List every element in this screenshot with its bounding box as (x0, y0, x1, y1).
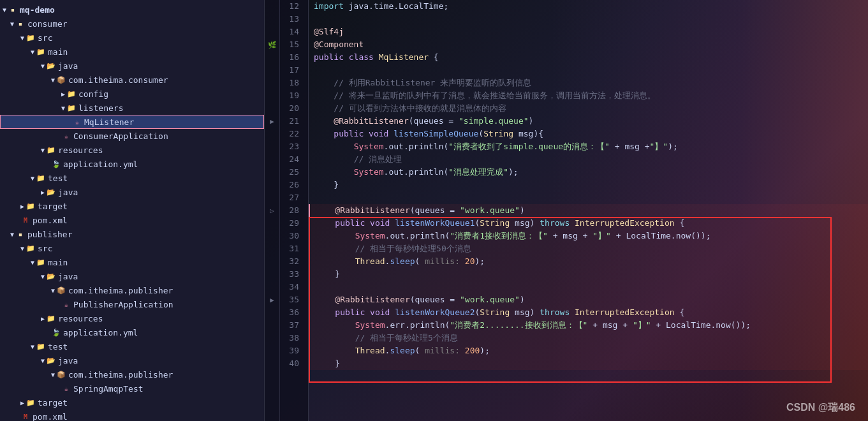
tree-item-publisher[interactable]: ▼ ▪ publisher (0, 227, 264, 241)
gutter-line (265, 357, 279, 370)
tree-label: pom.xml (33, 216, 68, 225)
code-line-14: @Slf4j (309, 26, 868, 38)
csdn-watermark: CSDN @瑞486 (786, 401, 855, 415)
folder-icon: 📁 (26, 33, 36, 43)
code-line-13 (309, 13, 868, 26)
code-line-38: // 相当于每秒处理5个消息 (309, 332, 868, 344)
gutter-line (265, 102, 279, 115)
tree-item-mqlistener[interactable]: ☕ MqListener (0, 115, 264, 129)
tree-item-java-consumer[interactable]: ▼ 📂 java (0, 59, 264, 73)
code-line-40: } (309, 357, 868, 370)
tree-item-resources-consumer[interactable]: ▼ 📁 resources (0, 143, 264, 157)
tree-label: com.itheima.consumer (68, 75, 168, 85)
module-icon: ▪ (8, 4, 18, 15)
folder-icon: 📁 (26, 397, 36, 408)
folder-blue-icon: 📂 (46, 61, 56, 71)
tree-item-spring-amqp-test[interactable]: ☕ SpringAmqpTest (0, 381, 264, 395)
tree-label: main (48, 47, 68, 57)
arrow-icon: ▼ (3, 6, 6, 13)
tree-item-com-test-publisher[interactable]: ▼ 📦 com.itheima.publisher (0, 367, 264, 381)
folder-icon: 📁 (66, 103, 77, 113)
line-numbers: 12 13 14 15 16 17 18 19 20 21 22 23 24 2… (280, 0, 309, 421)
tree-label: src (38, 244, 52, 253)
code-line-24: // 消息处理 (309, 153, 868, 166)
tree-item-main-publisher[interactable]: ▼ 📁 main (0, 255, 264, 269)
file-tree[interactable]: ▼ ▪ mq-demo ▼ ▪ consumer ▼ 📁 src ▼ 📁 mai… (0, 0, 265, 421)
java-file-icon: ☕ (61, 131, 71, 141)
tree-item-target-publisher[interactable]: ▶ 📁 target (0, 395, 264, 410)
arrow-icon: ▼ (61, 105, 65, 112)
gutter-line (265, 166, 279, 179)
gutter-line (265, 89, 279, 102)
gutter-line (265, 217, 279, 230)
tree-label: main (48, 258, 68, 267)
tree-item-java-publisher[interactable]: ▼ 📂 java (0, 269, 264, 283)
code-line-18: // 利用RabbitListener 来声明要监听的队列信息 (309, 77, 868, 89)
package-icon: 📦 (56, 369, 66, 380)
arrow-icon: ▼ (31, 48, 34, 55)
folder-blue-icon: 📂 (46, 187, 56, 197)
tree-item-java-test-publisher[interactable]: ▼ 📂 java (0, 353, 264, 367)
gutter-line (265, 230, 279, 242)
gutter-line (265, 344, 279, 357)
tree-label: com.itheima.publisher (68, 370, 173, 380)
folder-icon: 📁 (26, 243, 36, 253)
tree-item-test-consumer[interactable]: ▼ 📁 test (0, 171, 264, 185)
code-line-19: // 将来一旦监听的队列中有了消息，就会推送给当前服务，调用当前方法，处理消息。 (309, 89, 868, 102)
code-line-33: } (309, 268, 868, 281)
gutter-line (265, 0, 279, 13)
gutter-line (265, 51, 279, 64)
arrow-icon: ▼ (41, 63, 45, 70)
tree-label: consumer (27, 19, 68, 29)
code-line-31: // 相当于每秒钟处理50个消息 (309, 242, 868, 255)
arrow-icon: ▼ (31, 259, 34, 266)
tree-item-pom-publisher[interactable]: M pom.xml (0, 410, 264, 421)
tree-item-main-consumer[interactable]: ▼ 📁 main (0, 45, 264, 59)
gutter-line: ▶ (265, 293, 279, 306)
tree-item-publisher-app[interactable]: ☕ PublisherApplication (0, 297, 264, 311)
tree-item-src-publisher[interactable]: ▼ 📁 src (0, 241, 264, 255)
tree-label: SpringAmqpTest (73, 384, 143, 394)
java-file-icon: ☕ (61, 299, 71, 309)
code-line-17 (309, 64, 868, 77)
folder-icon: 📁 (46, 313, 56, 323)
arrow-icon: ▶ (41, 189, 45, 196)
tree-item-consumer-app[interactable]: ☕ ConsumerApplication (0, 129, 264, 143)
tree-item-consumer[interactable]: ▼ ▪ consumer (0, 17, 264, 31)
tree-item-com-consumer[interactable]: ▼ 📦 com.itheima.consumer (0, 73, 264, 87)
code-line-27 (309, 191, 868, 204)
tree-item-mq-demo[interactable]: ▼ ▪ mq-demo (0, 3, 264, 17)
tree-label: java (58, 356, 78, 366)
tree-item-target-consumer[interactable]: ▶ 📁 target (0, 199, 264, 213)
gutter-line (265, 191, 279, 204)
code-line-15: @Component (309, 38, 868, 51)
tree-item-resources-publisher[interactable]: ▶ 📁 resources (0, 311, 264, 325)
folder-icon: ▪ (15, 18, 26, 29)
code-line-34 (309, 281, 868, 293)
tree-label: PublisherApplication (73, 300, 173, 309)
code-line-20: // 可以看到方法体中接收的就是消息体的内容 (309, 102, 868, 115)
tree-label: resources (58, 314, 103, 323)
tree-label: mq-demo (20, 5, 55, 15)
tree-item-yml-consumer[interactable]: 🍃 application.yml (0, 157, 264, 171)
gutter-line: ▶ (265, 115, 279, 128)
tree-label: target (38, 202, 68, 211)
tree-item-com-publisher[interactable]: ▼ 📦 com.itheima.publisher (0, 283, 264, 297)
tree-item-yml-publisher[interactable]: 🍃 application.yml (0, 325, 264, 339)
tree-label: application.yml (63, 159, 138, 169)
tree-item-config[interactable]: ▶ 📁 config (0, 87, 264, 101)
tree-item-java-test-consumer[interactable]: ▶ 📂 java (0, 185, 264, 199)
tree-item-listeners[interactable]: ▼ 📁 listeners (0, 101, 264, 115)
arrow-icon: ▶ (61, 91, 65, 98)
arrow-icon: ▼ (10, 231, 14, 238)
tree-label: java (58, 61, 78, 71)
code-line-22: public void listenSimpleQueue(String msg… (309, 128, 868, 140)
tree-item-test-publisher[interactable]: ▼ 📁 test (0, 339, 264, 353)
folder-icon: 📁 (36, 173, 46, 183)
arrow-icon: ▼ (41, 273, 45, 280)
tree-item-src-consumer[interactable]: ▼ 📁 src (0, 31, 264, 45)
tree-label: ConsumerApplication (73, 131, 168, 141)
code-content: import java.time.LocalTime; @Slf4j @Comp… (309, 0, 868, 421)
java-file-icon: ☕ (61, 383, 71, 394)
tree-item-pom-consumer[interactable]: M pom.xml (0, 213, 264, 227)
